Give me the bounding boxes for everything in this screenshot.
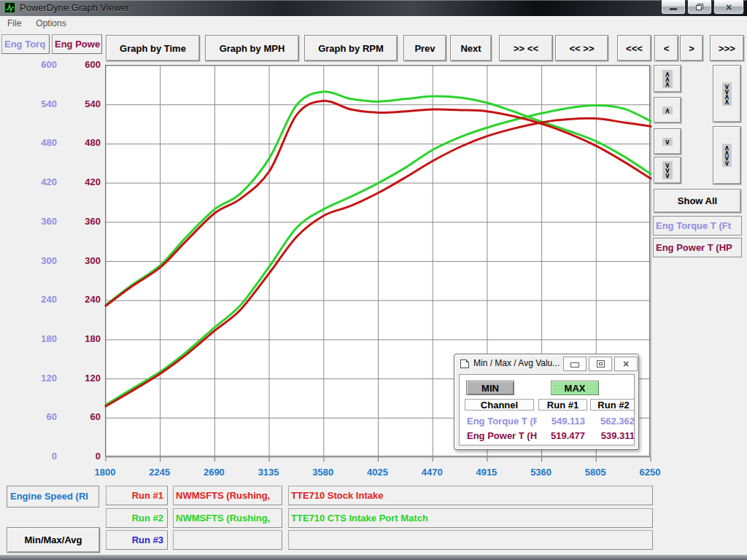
menu-file[interactable]: File <box>0 18 28 28</box>
channel-box-torque[interactable]: Eng Torq <box>1 34 50 54</box>
title-bar: PowerDyne Graph Viewer × <box>0 0 747 16</box>
minmax-window-title: Min / Max / Avg Valu... <box>473 358 560 368</box>
zoom-out-y-button[interactable]: ∧∧∨∨ <box>713 126 741 184</box>
run1-label[interactable]: Run #1 <box>106 486 168 505</box>
run3-label[interactable]: Run #3 <box>106 530 168 550</box>
minmax-panel: MIN MAX Channel Run #1 Run #2 Eng Torque… <box>459 374 635 446</box>
restore-icon <box>696 4 703 10</box>
y-tick-power: 300 <box>57 255 101 266</box>
minmax-header-channel: Channel <box>465 399 534 411</box>
menu-bar: File Options <box>0 16 747 31</box>
run1-description[interactable]: TTE710 Stock Intake <box>288 486 653 505</box>
run2-label[interactable]: Run #2 <box>106 508 168 528</box>
legend-power[interactable]: Eng Power T (HP <box>653 238 742 257</box>
minmax-row-torque-channel: Eng Torque T (Ft- <box>467 416 537 427</box>
scroll-up-fast-button[interactable]: ∧∧∧ <box>654 65 681 93</box>
chevron-triple-up-icon: ∧∧∧ <box>662 70 672 88</box>
x-tick-label: 4025 <box>352 467 403 478</box>
x-tick-label: 2690 <box>188 467 239 478</box>
legend-torque[interactable]: Eng Torque T (Ft <box>653 216 742 236</box>
y-tick-power: 360 <box>57 216 101 227</box>
run2-description[interactable]: TTE710 CTS Intake Port Match <box>288 508 653 528</box>
y-tick-torque: 300 <box>13 255 57 266</box>
minmax-row-power-run2: 539.311 <box>589 430 635 441</box>
y-tick-power: 420 <box>57 176 101 187</box>
y-tick-power: 180 <box>57 333 101 344</box>
y-tick-power: 480 <box>57 137 101 148</box>
chevron-up-icon: ∧ <box>662 106 672 114</box>
graph-by-time-button[interactable]: Graph by Time <box>106 35 200 61</box>
minmax-restore-button[interactable] <box>589 357 612 371</box>
minmax-row-torque-run1: 549.113 <box>537 416 585 427</box>
y-tick-power: 0 <box>57 451 101 462</box>
y-tick-torque: 480 <box>13 137 57 148</box>
menu-options[interactable]: Options <box>28 18 73 28</box>
minimize-button[interactable] <box>661 0 686 15</box>
channel-box-power[interactable]: Eng Powe <box>52 34 102 54</box>
minmaxavg-button[interactable]: Min/Max/Avg <box>7 527 100 553</box>
minmax-minimize-button[interactable] <box>563 357 587 371</box>
y-tick-torque: 240 <box>13 294 57 305</box>
prev-button[interactable]: Prev <box>403 35 446 61</box>
x-tick-label: 3135 <box>243 467 294 478</box>
x-tick-label: 2245 <box>134 467 185 478</box>
x-tick-label: 5360 <box>516 467 567 478</box>
minmax-header-run1: Run #1 <box>538 399 587 411</box>
y-tick-torque: 600 <box>13 59 57 70</box>
minmax-window-icon <box>460 359 469 368</box>
scroll-right-fast-button[interactable]: >>> <box>710 35 744 61</box>
close-icon: × <box>726 1 732 13</box>
window-bottom-frame <box>0 555 747 560</box>
restore-button[interactable] <box>687 0 712 15</box>
graph-by-rpm-button[interactable]: Graph by RPM <box>304 35 398 61</box>
run3-file[interactable] <box>173 530 282 550</box>
x-tick-label: 4915 <box>461 467 512 478</box>
minmax-row-power-run1: 519.477 <box>537 430 585 441</box>
x-tick-label: 4470 <box>406 467 457 478</box>
minimize-icon <box>570 362 579 368</box>
close-button[interactable]: × <box>713 0 744 15</box>
app-icon <box>4 2 15 13</box>
y-tick-torque: 0 <box>13 451 57 462</box>
window-title: PowerDyne Graph Viewer <box>20 2 129 13</box>
app-window: PowerDyne Graph Viewer × File Options En… <box>0 0 747 560</box>
minimize-icon <box>670 8 677 10</box>
run2-file[interactable]: NWMSFTS (Rushing, <box>173 508 282 528</box>
x-tick-label: 5805 <box>570 467 621 478</box>
show-all-button[interactable]: Show All <box>654 189 741 213</box>
min-toggle-button[interactable]: MIN <box>466 381 514 395</box>
run1-file[interactable]: NWMSFTS (Rushing, <box>173 486 282 505</box>
minmax-window[interactable]: Min / Max / Avg Valu... × MIN MAX Channe… <box>454 354 639 450</box>
y-tick-torque: 540 <box>13 98 57 109</box>
scroll-down-button[interactable]: ∨ <box>654 128 681 155</box>
y-tick-torque: 120 <box>13 373 57 384</box>
next-button[interactable]: Next <box>450 35 492 61</box>
y-tick-power: 120 <box>57 373 101 384</box>
max-toggle-button[interactable]: MAX <box>551 381 599 395</box>
chevrons-diverge-icon: ∧∧∨∨ <box>722 144 732 167</box>
chevron-triple-down-icon: ∨∨∨ <box>662 161 672 179</box>
y-tick-torque: 360 <box>13 216 57 227</box>
y-tick-torque: 60 <box>13 411 57 422</box>
minmax-header-run2: Run #2 <box>590 399 635 411</box>
x-tick-label: 1800 <box>80 467 131 478</box>
restore-icon <box>597 360 605 368</box>
chevron-down-icon: ∨ <box>662 138 672 146</box>
scroll-left-fast-button[interactable]: <<< <box>617 35 651 61</box>
zoom-in-y-button[interactable]: ∨∨∧∧ <box>713 65 741 122</box>
run3-description[interactable] <box>288 530 653 550</box>
y-tick-power: 600 <box>57 59 101 70</box>
chevrons-converge-icon: ∨∨∧∧ <box>722 82 732 106</box>
y-tick-power: 60 <box>57 411 101 422</box>
scroll-left-button[interactable]: < <box>654 35 678 61</box>
x-channel-box[interactable]: Engine Speed (RI <box>7 486 99 508</box>
scroll-right-button[interactable]: > <box>680 35 703 61</box>
scroll-down-fast-button[interactable]: ∨∨∨ <box>654 157 681 184</box>
zoom-out-x-button[interactable]: << >> <box>555 35 608 61</box>
graph-by-mph-button[interactable]: Graph by MPH <box>205 35 299 61</box>
minmax-row-power-channel: Eng Power T (HP) <box>467 430 537 441</box>
y-tick-power: 540 <box>57 98 101 109</box>
zoom-in-x-button[interactable]: >> << <box>499 35 553 61</box>
minmax-close-button[interactable]: × <box>614 357 638 371</box>
scroll-up-button[interactable]: ∧ <box>654 97 681 123</box>
